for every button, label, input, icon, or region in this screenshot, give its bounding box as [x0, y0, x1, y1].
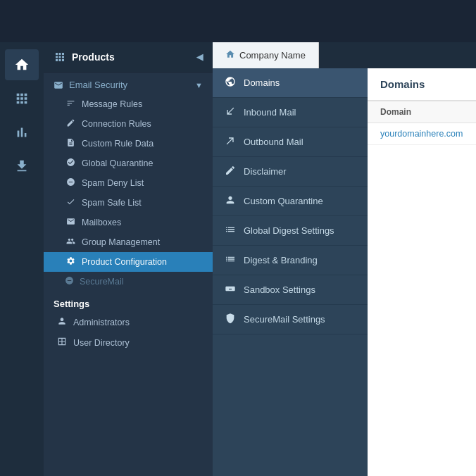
top-bar: [0, 0, 476, 42]
menu-label-domains: Domains: [244, 77, 280, 88]
sidebar-label-securemail: SecureMail: [80, 277, 124, 287]
outbound-mail-icon: [224, 135, 237, 149]
group-management-icon: [65, 237, 76, 248]
menu-item-disclaimer[interactable]: Disclaimer: [213, 157, 368, 187]
menu-item-securemail-settings[interactable]: SecureMail Settings: [213, 305, 368, 334]
settings-label-administrators: Administrators: [73, 318, 130, 327]
user-directory-icon: [56, 337, 68, 349]
settings-section-header: Settings: [44, 292, 213, 312]
products-header: Products ◀: [44, 42, 213, 73]
sidebar-label-spam-safe: Spam Safe List: [82, 198, 142, 208]
custom-rule-data-icon: [65, 138, 76, 149]
inbound-mail-icon: [224, 106, 237, 119]
nav-products[interactable]: [5, 83, 39, 114]
tab-home-icon: [225, 49, 235, 61]
products-sidebar: Products ◀ Email Security ▼ Mes: [44, 42, 213, 476]
digest-branding-icon: [224, 253, 237, 267]
sidebar-item-spam-safe[interactable]: Spam Safe List: [44, 193, 213, 213]
menu-item-domains[interactable]: Domains: [213, 68, 368, 98]
email-section-header: Email Security ▼: [44, 73, 213, 94]
settings-item-user-directory[interactable]: User Directory: [44, 332, 213, 353]
main-area: Products ◀ Email Security ▼ Mes: [0, 42, 476, 476]
menu-label-sandbox: Sandbox Settings: [244, 284, 315, 295]
sidebar-item-spam-deny[interactable]: Spam Deny List: [44, 173, 213, 193]
menu-panel: Domains Inbound Mail Outbound Mail: [213, 68, 368, 476]
mailboxes-icon: [65, 217, 76, 228]
disclaimer-icon: [224, 165, 237, 178]
products-header-left: Products: [54, 51, 115, 63]
menu-label-securemail-settings: SecureMail Settings: [244, 314, 325, 325]
settings-label-user-directory: User Directory: [73, 338, 130, 348]
spam-safe-icon: [65, 197, 76, 208]
sidebar-item-custom-rule-data[interactable]: Custom Rule Data: [44, 134, 213, 154]
global-quarantine-icon: [65, 158, 76, 169]
message-rules-icon: [65, 99, 76, 110]
menu-item-global-digest[interactable]: Global Digest Settings: [213, 216, 368, 246]
menu-label-outbound-mail: Outbound Mail: [244, 137, 303, 147]
content-body: Domains Inbound Mail Outbound Mail: [213, 68, 476, 476]
sidebar-item-message-rules[interactable]: Message Rules: [44, 94, 213, 114]
sidebar-item-connection-rules[interactable]: Connection Rules: [44, 114, 213, 134]
table-header-domain: Domain: [368, 101, 476, 123]
securemail-settings-icon: [224, 313, 237, 326]
menu-label-disclaimer: Disclaimer: [244, 166, 287, 177]
nav-home[interactable]: [5, 49, 39, 80]
sidebar-label-group-management: Group Management: [82, 237, 160, 247]
menu-item-digest-branding[interactable]: Digest & Branding: [213, 246, 368, 275]
email-section-expand-icon[interactable]: ▼: [195, 81, 203, 89]
global-digest-icon: [224, 224, 237, 237]
domains-menu-icon: [224, 76, 237, 89]
detail-panel: Domains Domain yourdomainhere.com: [368, 68, 476, 476]
sidebar-item-group-management[interactable]: Group Management: [44, 232, 213, 252]
settings-label: Settings: [54, 299, 89, 309]
table-row: yourdomainhere.com: [368, 123, 476, 145]
menu-label-global-digest: Global Digest Settings: [244, 225, 334, 236]
menu-item-inbound-mail[interactable]: Inbound Mail: [213, 98, 368, 127]
menu-item-sandbox[interactable]: Sandbox Settings: [213, 275, 368, 305]
sandbox-icon: [224, 283, 237, 296]
tab-company-name[interactable]: Company Name: [213, 42, 319, 68]
sidebar-label-custom-rule-data: Custom Rule Data: [82, 139, 154, 149]
sidebar-item-mailboxes[interactable]: Mailboxes: [44, 213, 213, 232]
menu-item-custom-quarantine[interactable]: Custom Quarantine: [213, 187, 368, 216]
sidebar-title: Products: [72, 51, 115, 63]
sidebar-item-product-config[interactable]: Product Configuration: [44, 252, 213, 272]
settings-item-administrators[interactable]: Administrators: [44, 312, 213, 332]
nav-download[interactable]: [5, 151, 39, 182]
icon-nav: [0, 42, 44, 476]
administrators-icon: [56, 316, 68, 328]
domains-table: Domain yourdomainhere.com: [368, 101, 476, 145]
email-section-label: Email Security: [69, 80, 127, 90]
menu-label-inbound-mail: Inbound Mail: [244, 107, 296, 118]
sidebar-label-mailboxes: Mailboxes: [82, 218, 121, 227]
sidebar-item-global-quarantine[interactable]: Global Quarantine: [44, 154, 213, 173]
table-cell-domain: yourdomainhere.com: [368, 123, 476, 145]
product-config-icon: [65, 256, 76, 268]
tab-label-company: Company Name: [239, 50, 306, 61]
connection-rules-icon: [65, 118, 76, 130]
detail-panel-title: Domains: [368, 68, 476, 101]
menu-item-outbound-mail[interactable]: Outbound Mail: [213, 127, 368, 157]
sidebar-item-securemail[interactable]: SecureMail: [44, 272, 213, 292]
sidebar-label-product-config: Product Configuration: [82, 257, 167, 267]
menu-label-digest-branding: Digest & Branding: [244, 255, 318, 265]
menu-label-custom-quarantine: Custom Quarantine: [244, 196, 323, 206]
collapse-arrow-icon[interactable]: ◀: [196, 52, 203, 62]
sidebar-label-connection-rules: Connection Rules: [82, 119, 151, 129]
securemail-icon: [65, 276, 74, 287]
spam-deny-icon: [65, 177, 76, 189]
sidebar-label-message-rules: Message Rules: [82, 99, 142, 109]
custom-quarantine-menu-icon: [224, 194, 237, 208]
app-container: Products ◀ Email Security ▼ Mes: [0, 0, 476, 476]
content-area: Company Name Domains: [213, 42, 476, 476]
sidebar-label-global-quarantine: Global Quarantine: [82, 158, 153, 168]
nav-chart[interactable]: [5, 117, 39, 148]
sidebar-label-spam-deny: Spam Deny List: [82, 178, 144, 188]
content-tabs: Company Name: [213, 42, 476, 68]
